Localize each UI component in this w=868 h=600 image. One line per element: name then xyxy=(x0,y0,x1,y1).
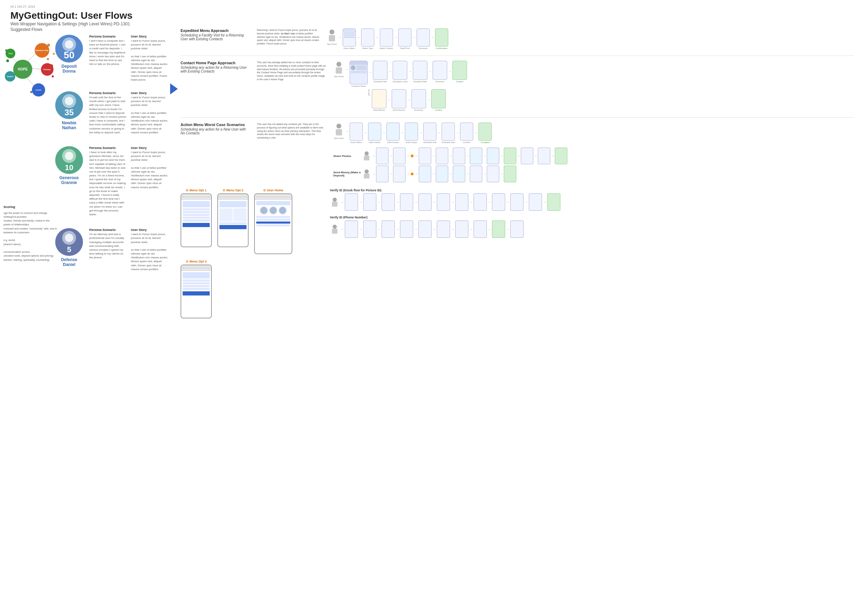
persona-name-donna: Deposit Donna xyxy=(55,64,83,74)
scenario-text-grannie: I have to look after my grandson Michael… xyxy=(89,150,127,216)
flow1-title: Expedited Menu Approach xyxy=(180,29,250,33)
persona-deposit-donna: 50 Deposit Donna Persona Scenario I don'… xyxy=(57,35,168,82)
flow3-title: Action Menu Worst Case Scenarios xyxy=(180,123,250,127)
story-title-donna: User Story xyxy=(131,35,168,38)
scenario-text-donna: I don't have a computer but I have an An… xyxy=(89,39,127,66)
flow2-alt2: Send Service xyxy=(392,89,406,111)
flow2-alt4: Confirm xyxy=(431,89,446,111)
phone-verify-person xyxy=(330,223,339,235)
flow2-title: Contact Home Page Approach xyxy=(180,61,250,65)
verify-id-kiosk-section: Verify ID (Kiosk flow for Picture ID) → … xyxy=(330,189,854,211)
flow2-subtitle: Scheduling any action for a Returning Us… xyxy=(180,66,250,73)
story-text-daniel: I want to Fusce turpis purus, posuere at… xyxy=(131,232,168,271)
persona-defense-daniel: 5 Defense Daniel Persona Scenario I'm an… xyxy=(57,228,168,271)
story-title-daniel: User Story xyxy=(131,228,168,232)
flow1-step-person: App Home xyxy=(326,29,338,45)
flow2-step1: Contacts Home xyxy=(350,61,368,87)
scenario-title-grannie: Persona Scenario xyxy=(89,146,127,150)
flow1-subtitle: Scheduling a Facility Visit for a Return… xyxy=(180,33,250,41)
svg-point-7 xyxy=(47,58,49,60)
flow2-alt3: Summary xyxy=(411,89,426,111)
flow1-step-5: Summary xyxy=(417,29,430,49)
menu-opt-1-section: ⊙ Menu Opt 1 xyxy=(180,189,212,254)
menu-opt-3-label: Menu Opt 3 xyxy=(189,260,207,263)
verify-id-phone-title: Verify ID (Phone Number) xyxy=(330,216,854,219)
user-home-label: User Home xyxy=(267,189,283,192)
story-title-grannie: User Story xyxy=(131,146,168,150)
scenario-title-daniel: Persona Scenario xyxy=(89,228,127,232)
flow1-step-4: Date/Time xyxy=(398,29,411,49)
share-photos-label: Share Photos xyxy=(333,155,361,158)
flow1-step-appopen: Action Menu xyxy=(343,29,356,49)
mindmap-node-trust: Trust xyxy=(6,48,15,58)
flow3-step-final: Complete xyxy=(479,123,492,143)
mindmap-node-support: Support xyxy=(5,71,15,82)
persona-avatar-nathan: 35 xyxy=(55,91,83,119)
scoring-title: Scoring xyxy=(3,205,57,210)
menu-opt-3-phone xyxy=(180,265,212,318)
flow3-person: App Home xyxy=(333,123,344,139)
scenario-text-daniel: I'm an attorney and and a professional u… xyxy=(89,232,127,259)
scenario-text-nathan: I'll wait until the first of the month w… xyxy=(89,95,127,134)
kiosk-person xyxy=(330,196,339,208)
svg-point-6 xyxy=(53,53,55,55)
flow2-step6: Confirm xyxy=(452,61,467,83)
mindmap-node-relationship: Relation-ship xyxy=(35,43,49,58)
flow1-step-3: Select Contact xyxy=(379,29,393,49)
page-section: Suggested Flows xyxy=(11,27,133,32)
user-home-phone xyxy=(254,193,292,254)
flow-action-menu-worst: Action Menu Worst Case Scenarios Schedul… xyxy=(180,123,854,182)
scenario-title-nathan: Persona Scenario xyxy=(89,91,127,95)
user-home-section: ⊙ User Home xyxy=(254,189,292,254)
verify-id-phone-section: Verify ID (Phone Number) → → → xyxy=(330,216,854,238)
menu-opt-1-phone xyxy=(180,193,212,247)
flow2-step2: Schedule Visit xyxy=(373,61,388,83)
menu-opt-3-section: ⊙ Menu Opt 3 xyxy=(180,260,212,318)
persona-name-daniel: Defense Daniel xyxy=(55,257,83,267)
scenario-title-donna: Persona Scenario xyxy=(89,35,127,38)
flow2-alt1: Send Money xyxy=(372,89,386,111)
story-text-nathan: I want to Fusce turpis purus, posuere at… xyxy=(131,95,168,134)
verify-id-kiosk-title: Verify ID (Kiosk flow for Picture ID) xyxy=(330,189,854,192)
flow3-step1: Action Menu xyxy=(350,123,363,143)
persona-name-nathan: Newbie Nathan xyxy=(55,120,83,130)
version-label: v0.1 Oct 27, 2015 xyxy=(11,5,133,8)
menu-opt-2-label: Menu Opt 2 xyxy=(226,189,243,192)
mindmap-node-reintegration: Reintegr. xyxy=(41,63,53,76)
svg-point-12 xyxy=(6,59,9,62)
persona-generous-grannie: 10 Generous Grannie Persona Scenario I h… xyxy=(57,146,168,218)
flow3-step-ac1: Add Contact xyxy=(368,123,381,143)
flow2-person: App Home xyxy=(333,61,344,77)
flow1-step-2: Select Type xyxy=(361,29,374,49)
persona-avatar-grannie: 10 xyxy=(55,146,83,174)
flow2-step5: Summary xyxy=(433,61,447,83)
flow2-step3: Schedule a Visit xyxy=(393,61,407,83)
sp-person xyxy=(362,150,371,162)
story-text-grannie: I want to Fusce turpis purus, posuere at… xyxy=(131,150,168,189)
svg-point-9 xyxy=(52,75,54,77)
flow-expedited-menu: Expedited Menu Approach Scheduling a Fac… xyxy=(180,29,854,49)
menu-opt-2-phone xyxy=(217,193,248,247)
flow3-step-sv1: Schedule Visit xyxy=(423,123,436,143)
mindmap-node-communication: Comm. xyxy=(32,83,45,97)
sm-person xyxy=(362,168,371,180)
mindmap: HOPE Relation-ship Reintegr. Comm. Suppo… xyxy=(3,35,57,139)
menu-opt-1-label: Menu Opt 1 xyxy=(189,189,207,192)
flow3-subtitle: Scheduling any action for a New User wit… xyxy=(180,127,250,135)
flow-contact-home: Contact Home Page Approach Scheduling an… xyxy=(180,61,854,111)
page-title: MyGettingOut: User Flows xyxy=(11,10,133,21)
persona-avatar-donna: 50 xyxy=(55,35,83,62)
persona-avatar-daniel: 5 xyxy=(55,228,83,256)
flow1-step-6: Confirmation xyxy=(435,29,448,49)
personas-section: 50 Deposit Donna Persona Scenario I don'… xyxy=(57,35,168,281)
flow3-step-sv3: Confirm xyxy=(460,123,473,143)
flow2-step4: Schedule Date xyxy=(413,61,427,83)
flow3-step-ac3: Add Contact xyxy=(405,123,418,143)
send-money-label: Send Money (Make a Deposit) xyxy=(333,171,361,177)
menu-opt-2-section: ⊙ Menu Opt 2 xyxy=(217,189,248,254)
page-subtitle: Web Wrapper Navigation & Settings (High … xyxy=(11,21,133,26)
flow3-step-ac2: Add Contact xyxy=(386,123,400,143)
mindmap-center: HOPE xyxy=(13,60,32,79)
flow3-step-sv2: Schedule Visit xyxy=(442,123,455,143)
scoring-section: Scoring ugh the power to connect and cha… xyxy=(3,205,57,262)
